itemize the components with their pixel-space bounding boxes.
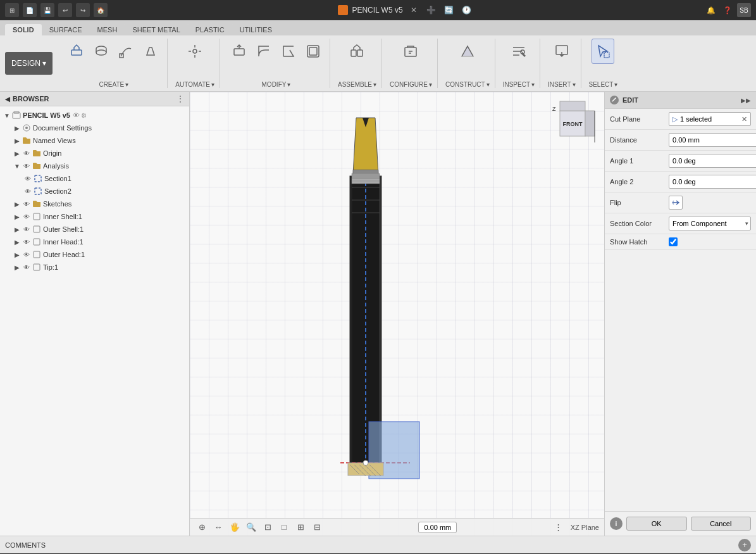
- construct-button[interactable]: [456, 39, 479, 64]
- configure-label[interactable]: CONFIGURE ▾: [390, 81, 432, 88]
- cancel-button[interactable]: Cancel: [691, 517, 752, 531]
- expand-origin-icon[interactable]: ▶: [13, 149, 22, 158]
- expand-inner-head-icon[interactable]: ▶: [13, 237, 22, 246]
- expand-named-views-icon[interactable]: ▶: [13, 136, 22, 145]
- display-mode-tool[interactable]: □: [277, 520, 291, 534]
- cut-plane-chip[interactable]: ▷ 1 selected ✕: [669, 112, 751, 126]
- select-label[interactable]: SELECT ▾: [589, 81, 618, 88]
- modify-shell-button[interactable]: [302, 39, 325, 64]
- undo-button[interactable]: ↩: [58, 3, 72, 17]
- zoom-fit-tool[interactable]: ⊡: [261, 520, 275, 534]
- tab-sheet-metal[interactable]: SHEET METAL: [125, 24, 187, 35]
- outer-head-eye-icon[interactable]: 👁: [22, 249, 32, 260]
- tree-item-sketches[interactable]: ▶ 👁 Sketches: [0, 198, 189, 210]
- create-loft-button[interactable]: [139, 39, 162, 64]
- user-button[interactable]: SB: [737, 3, 751, 17]
- show-hatch-checkbox[interactable]: [669, 237, 678, 246]
- modify-label[interactable]: MODIFY ▾: [262, 81, 291, 88]
- inspect-button[interactable]: [507, 39, 530, 64]
- tab-utilities[interactable]: UTILITIES: [232, 24, 280, 35]
- tree-item-tip[interactable]: ▶ 👁 Tip:1: [0, 261, 189, 274]
- expand-sketches-icon[interactable]: ▶: [13, 199, 22, 208]
- viewport-options-button[interactable]: ⋮: [552, 520, 566, 534]
- flip-button[interactable]: [669, 196, 683, 210]
- browser-options-icon[interactable]: ⋮: [177, 94, 184, 103]
- cut-plane-clear-button[interactable]: ✕: [741, 115, 747, 123]
- sketches-eye-icon[interactable]: 👁: [22, 199, 32, 209]
- create-label[interactable]: CREATE ▾: [99, 81, 128, 88]
- close-tab-button[interactable]: ✕: [407, 3, 421, 17]
- expand-analysis-icon[interactable]: ▼: [13, 161, 22, 170]
- tree-item-outer-shell[interactable]: ▶ 👁 Outer Shell:1: [0, 223, 189, 236]
- tip-eye-icon[interactable]: 👁: [22, 262, 32, 272]
- tree-item-root[interactable]: ▼ PENCIL W5 v5 👁 ⚙: [0, 109, 189, 122]
- orbit-tool[interactable]: 🖐: [228, 520, 242, 534]
- expand-doc-settings-icon[interactable]: ▶: [13, 123, 22, 132]
- tree-item-origin[interactable]: ▶ 👁 Origin: [0, 147, 189, 160]
- ok-button[interactable]: OK: [626, 517, 687, 531]
- inner-shell-eye-icon[interactable]: 👁: [22, 211, 32, 222]
- snap-tool[interactable]: ⊟: [310, 520, 324, 534]
- expand-inner-shell-icon[interactable]: ▶: [13, 212, 22, 221]
- tree-item-doc-settings[interactable]: ▶ Document Settings: [0, 122, 189, 134]
- help-button[interactable]: ❓: [721, 3, 734, 17]
- inner-head-eye-icon[interactable]: 👁: [22, 237, 32, 247]
- tab-plastic[interactable]: PLASTIC: [188, 24, 232, 35]
- tree-item-inner-head[interactable]: ▶ 👁 Inner Head:1: [0, 236, 189, 248]
- assemble-button[interactable]: [345, 39, 368, 64]
- add-comment-button[interactable]: +: [738, 539, 751, 551]
- automate-button[interactable]: [183, 39, 206, 64]
- analysis-eye-icon[interactable]: 👁: [22, 161, 32, 171]
- origin-eye-icon[interactable]: 👁: [22, 148, 32, 158]
- automate-label[interactable]: AUTOMATE ▾: [175, 81, 214, 88]
- select-button[interactable]: [592, 39, 614, 64]
- tree-item-section1[interactable]: 👁 Section1: [0, 172, 189, 185]
- grid-tool[interactable]: ⊞: [294, 520, 307, 534]
- root-eye-icon[interactable]: 👁: [73, 111, 80, 119]
- construct-label[interactable]: CONSTRUCT ▾: [445, 81, 490, 88]
- angle1-input[interactable]: [669, 154, 756, 168]
- zoom-tool[interactable]: 🔍: [244, 520, 258, 534]
- create-revolve-button[interactable]: [90, 39, 113, 64]
- tree-item-section2[interactable]: 👁 Section2: [0, 185, 189, 198]
- insert-label[interactable]: INSERT ▾: [548, 81, 576, 88]
- insert-button[interactable]: [550, 39, 573, 64]
- add-tab-button[interactable]: ➕: [424, 3, 438, 17]
- outer-shell-eye-icon[interactable]: 👁: [22, 224, 32, 234]
- section2-eye-icon[interactable]: 👁: [23, 186, 33, 196]
- file-icon[interactable]: 📄: [23, 3, 37, 17]
- home-button[interactable]: 🏠: [94, 3, 108, 17]
- tab-mesh[interactable]: MESH: [90, 24, 125, 35]
- pan-tool[interactable]: ↔: [211, 520, 225, 534]
- root-settings-icon[interactable]: ⚙: [81, 112, 87, 119]
- axis-widget[interactable]: FRONT Z: [547, 98, 598, 149]
- tab-solid[interactable]: SOLID: [5, 24, 42, 35]
- expand-root-icon[interactable]: ▼: [3, 111, 11, 120]
- viewport[interactable]: FRONT Z ⊕ ↔ 🖐 🔍 ⊡ □ ⊞ ⊟ 0.00 mm: [190, 92, 604, 536]
- edit-expand-button[interactable]: ▶▶: [741, 97, 751, 104]
- tree-item-inner-shell[interactable]: ▶ 👁 Inner Shell:1: [0, 210, 189, 223]
- tab-surface[interactable]: SURFACE: [42, 24, 90, 35]
- create-sweep-button[interactable]: [115, 39, 137, 64]
- tree-item-outer-head[interactable]: ▶ 👁 Outer Head:1: [0, 248, 189, 261]
- section-color-select[interactable]: From Component Custom: [669, 217, 751, 230]
- expand-tip-icon[interactable]: ▶: [13, 263, 22, 272]
- grid-icon[interactable]: ⊞: [5, 3, 19, 17]
- design-button[interactable]: DESIGN ▾: [5, 52, 53, 75]
- angle2-input[interactable]: [669, 175, 756, 189]
- browser-collapse-icon[interactable]: ◀: [5, 96, 10, 103]
- notification-button[interactable]: 🔔: [704, 3, 718, 17]
- create-extrude-button[interactable]: [65, 39, 88, 64]
- modify-press-pull-button[interactable]: [228, 39, 251, 64]
- edit-info-button[interactable]: i: [610, 517, 623, 530]
- assemble-label[interactable]: ASSEMBLE ▾: [338, 81, 376, 88]
- section1-eye-icon[interactable]: 👁: [23, 173, 33, 184]
- modify-chamfer-button[interactable]: [277, 39, 300, 64]
- tree-item-named-views[interactable]: ▶ Named Views: [0, 134, 189, 147]
- distance-input[interactable]: [669, 133, 756, 147]
- refresh-button[interactable]: 🔄: [442, 3, 456, 17]
- redo-button[interactable]: ↪: [76, 3, 90, 17]
- navigate-tool[interactable]: ⊕: [195, 520, 209, 534]
- modify-fillet-button[interactable]: [252, 39, 275, 64]
- tree-item-analysis[interactable]: ▼ 👁 Analysis: [0, 160, 189, 172]
